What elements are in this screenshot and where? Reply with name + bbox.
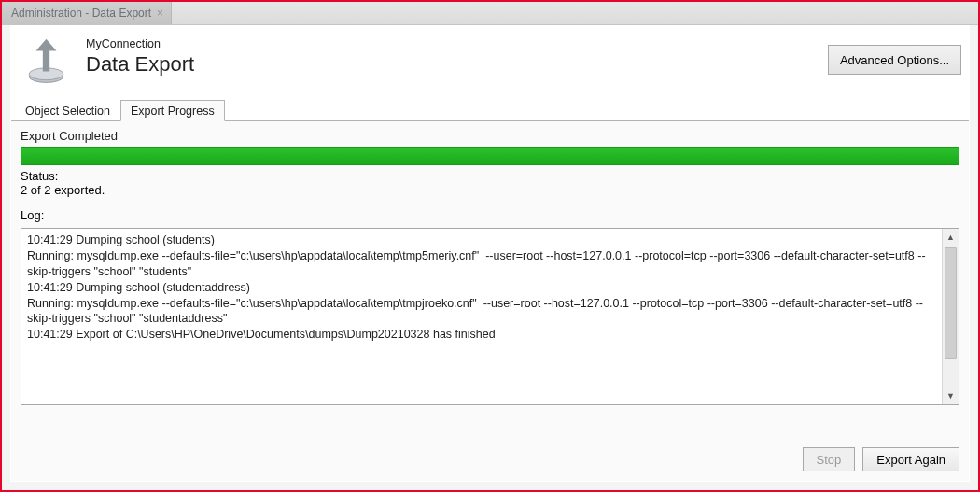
svg-marker-3	[36, 39, 57, 51]
status-label: Status:	[21, 169, 959, 183]
connection-name: MyConnection	[86, 37, 161, 50]
stop-button: Stop	[803, 447, 856, 471]
main-panel: MyConnection Data Export Advanced Option…	[10, 25, 970, 482]
close-icon[interactable]: ×	[157, 7, 163, 20]
log-box: 10:41:29 Dumping school (students) Runni…	[21, 228, 959, 405]
tab-object-selection[interactable]: Object Selection	[15, 100, 120, 121]
header: MyConnection Data Export Advanced Option…	[11, 26, 969, 101]
scroll-down-icon[interactable]: ▼	[943, 387, 959, 404]
progress-bar	[21, 147, 959, 165]
document-tab[interactable]: Administration - Data Export ×	[2, 2, 172, 24]
tab-export-progress[interactable]: Export Progress	[120, 100, 225, 121]
status-value: 2 of 2 exported.	[21, 183, 959, 197]
export-progress-pane: Export Completed Status: 2 of 2 exported…	[11, 121, 969, 481]
scrollbar[interactable]: ▲ ▼	[942, 229, 959, 404]
log-text[interactable]: 10:41:29 Dumping school (students) Runni…	[21, 229, 942, 404]
inner-tabstrip: Object Selection Export Progress	[11, 99, 969, 121]
advanced-options-button[interactable]: Advanced Options...	[828, 45, 961, 75]
document-tabstrip: Administration - Data Export ×	[2, 2, 978, 25]
document-tab-label: Administration - Data Export	[11, 7, 151, 20]
svg-rect-2	[43, 48, 49, 72]
export-icon	[21, 35, 72, 87]
progress-fill	[21, 147, 959, 165]
page-title: Data Export	[86, 52, 194, 77]
export-again-button[interactable]: Export Again	[862, 447, 959, 471]
log-label: Log:	[21, 208, 959, 222]
scroll-up-icon[interactable]: ▲	[943, 229, 959, 246]
button-row: Stop Export Again	[803, 447, 959, 471]
progress-title: Export Completed	[21, 129, 959, 143]
scroll-thumb[interactable]	[945, 247, 957, 359]
app-frame: Administration - Data Export × MyConnect…	[0, 0, 980, 492]
